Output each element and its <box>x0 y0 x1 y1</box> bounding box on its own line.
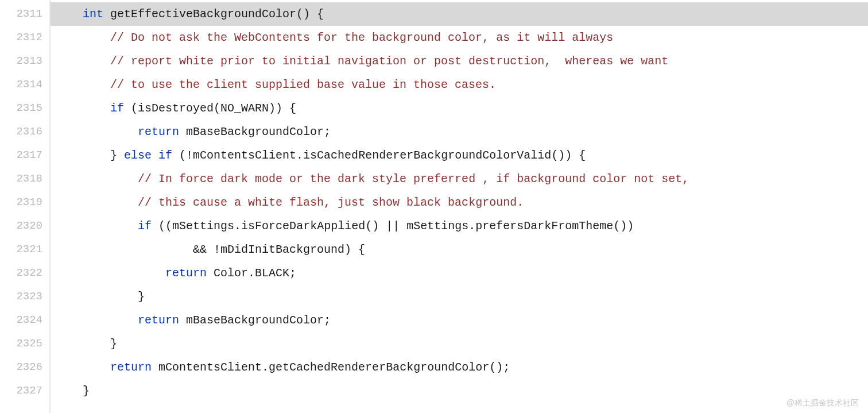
code-token: // to use the client supplied base value… <box>110 78 496 91</box>
code-line[interactable]: // In force dark mode or the dark style … <box>51 167 868 191</box>
code-line[interactable]: return Color.BLACK; <box>51 261 868 285</box>
line-number: 2322 <box>0 261 49 285</box>
code-token: if <box>138 219 152 233</box>
code-token: return <box>138 125 179 138</box>
code-token: mSettings <box>406 219 468 233</box>
code-line[interactable]: && !mDidInitBackground) { <box>51 238 868 261</box>
code-token: ; <box>289 267 296 280</box>
code-token: } <box>83 384 90 397</box>
code-token: Color <box>214 267 248 280</box>
code-token <box>179 314 186 327</box>
line-number: 2320 <box>0 214 49 238</box>
code-line[interactable]: } else if (!mContentsClient.isCachedRend… <box>51 144 868 167</box>
code-token: mSettings <box>172 219 234 233</box>
code-token: return <box>138 314 179 327</box>
code-line[interactable]: return mBaseBackgroundColor; <box>51 308 868 332</box>
code-line[interactable]: if (isDestroyed(NO_WARN)) { <box>51 97 868 120</box>
code-token: // In force dark mode or the dark style … <box>138 172 689 186</box>
code-line[interactable]: int getEffectiveBackgroundColor() { <box>51 2 868 26</box>
code-token: ()) <box>613 219 634 233</box>
code-token: return <box>165 267 207 280</box>
code-line[interactable]: // to use the client supplied base value… <box>51 73 868 97</box>
line-number: 2326 <box>0 356 49 379</box>
line-number: 2315 <box>0 97 49 120</box>
code-token: ()) { <box>551 149 586 162</box>
code-token: int <box>83 7 103 21</box>
line-number: 2321 <box>0 238 49 261</box>
line-number: 2327 <box>0 379 49 403</box>
code-token: (); <box>489 361 510 374</box>
code-token: () { <box>296 7 324 21</box>
code-token: // Do not ask the WebContents for the ba… <box>110 31 613 44</box>
line-number: 2311 <box>0 2 49 26</box>
code-token: . <box>296 149 303 162</box>
code-token: mBaseBackgroundColor <box>186 125 324 138</box>
code-token: ; <box>324 314 331 327</box>
line-number: 2324 <box>0 308 49 332</box>
code-token: (( <box>152 219 172 233</box>
watermark-text: @稀土掘金技术社区 <box>786 398 859 408</box>
code-token: } <box>110 337 117 350</box>
code-token <box>103 7 110 21</box>
line-number: 2313 <box>0 49 49 73</box>
code-token: . <box>248 267 255 280</box>
code-token: (! <box>172 149 193 162</box>
code-token: } <box>110 149 124 162</box>
code-token: else if <box>124 149 172 162</box>
code-token <box>152 361 158 374</box>
code-token: isForceDarkApplied <box>241 219 365 233</box>
code-token: ) { <box>344 243 365 256</box>
code-token: ( <box>124 102 138 115</box>
code-token: isDestroyed <box>138 102 214 115</box>
code-token: . <box>262 361 269 374</box>
code-token: . <box>468 219 475 233</box>
code-token <box>179 125 186 138</box>
code-token: if <box>110 102 124 115</box>
code-token: BLACK <box>255 267 289 280</box>
line-number-gutter: 2311231223132314231523162317231823192320… <box>0 0 51 413</box>
code-token: mDidInitBackground <box>220 243 344 256</box>
code-token: } <box>138 290 145 303</box>
code-token: // this cause a white flash, just show b… <box>138 196 524 209</box>
code-line[interactable]: } <box>51 332 868 356</box>
code-token: ; <box>324 125 331 138</box>
code-token: ( <box>214 102 220 115</box>
code-line[interactable]: return mContentsClient.getCachedRenderer… <box>51 356 868 379</box>
code-token: getEffectiveBackgroundColor <box>110 7 296 21</box>
code-line[interactable]: // report white prior to initial navigat… <box>51 49 868 73</box>
code-token: getCachedRendererBackgroundColor <box>269 361 489 374</box>
code-token: // report white prior to initial navigat… <box>110 55 668 68</box>
code-line[interactable]: // Do not ask the WebContents for the ba… <box>51 26 868 49</box>
line-number: 2316 <box>0 120 49 144</box>
code-token: . <box>234 219 241 233</box>
code-line[interactable]: if ((mSettings.isForceDarkApplied() || m… <box>51 214 868 238</box>
code-editor-area[interactable]: int getEffectiveBackgroundColor() { // D… <box>51 0 868 413</box>
code-token <box>207 267 214 280</box>
code-token: )) { <box>269 102 296 115</box>
line-number: 2317 <box>0 144 49 167</box>
code-line[interactable]: return mBaseBackgroundColor; <box>51 120 868 144</box>
code-token: NO_WARN <box>220 102 269 115</box>
code-token: prefersDarkFromTheme <box>475 219 613 233</box>
line-number: 2319 <box>0 191 49 214</box>
code-line[interactable]: // this cause a white flash, just show b… <box>51 191 868 214</box>
code-token: mContentsClient <box>193 149 296 162</box>
code-token: mBaseBackgroundColor <box>186 314 324 327</box>
line-number: 2314 <box>0 73 49 97</box>
line-number: 2312 <box>0 26 49 49</box>
line-number: 2323 <box>0 285 49 308</box>
code-token: && ! <box>193 243 220 256</box>
code-token: isCachedRendererBackgroundColorValid <box>303 149 551 162</box>
code-line[interactable]: } <box>51 379 868 403</box>
code-token: () || <box>365 219 406 233</box>
code-line[interactable]: } <box>51 285 868 308</box>
code-token: mContentsClient <box>158 361 262 374</box>
line-number: 2318 <box>0 167 49 191</box>
code-token: return <box>110 361 152 374</box>
line-number: 2325 <box>0 332 49 356</box>
